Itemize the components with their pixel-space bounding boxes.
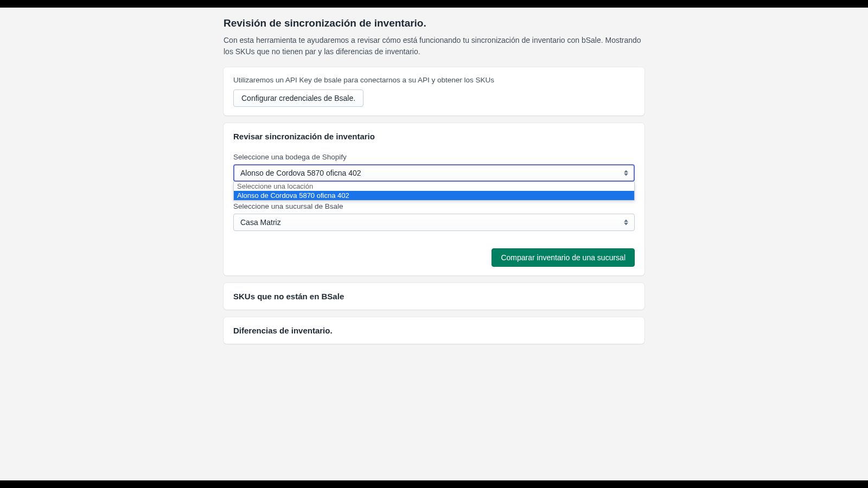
dropdown-placeholder-item[interactable]: Seleccione una locación	[234, 182, 634, 191]
page-subtitle: Con esta herramienta te ayudaremos a rev…	[224, 35, 644, 57]
top-black-bar	[0, 0, 868, 8]
shopify-warehouse-dropdown: Seleccione una locación Alonso de Cordov…	[233, 182, 635, 201]
dropdown-option-item[interactable]: Alonso de Cordova 5870 oficna 402	[234, 191, 634, 200]
skus-missing-card: SKUs que no están en BSale	[224, 283, 644, 310]
credentials-card: Utilizaremos un API Key de bsale para co…	[224, 67, 644, 115]
skus-missing-title: SKUs que no están en BSale	[233, 292, 635, 301]
shopify-warehouse-label: Seleccione una bodega de Shopify	[233, 153, 635, 161]
credentials-text: Utilizaremos un API Key de bsale para co…	[233, 76, 635, 84]
page-container: Revisión de sincronización de inventario…	[224, 8, 644, 373]
inventory-diff-card: Diferencias de inventario.	[224, 317, 644, 344]
configure-credentials-button[interactable]: Configurar credenciales de Bsale.	[233, 89, 363, 107]
page-title: Revisión de sincronización de inventario…	[224, 17, 644, 29]
inventory-diff-title: Diferencias de inventario.	[233, 326, 635, 335]
bsale-branch-select[interactable]: Casa Matriz	[233, 214, 635, 231]
shopify-warehouse-select-wrapper: Alonso de Cordova 5870 oficna 402 Selecc…	[233, 164, 635, 182]
shopify-warehouse-select[interactable]: Alonso de Cordova 5870 oficna 402	[233, 164, 635, 182]
bsale-branch-label: Seleccione una sucursal de Bsale	[233, 202, 635, 210]
compare-inventory-button[interactable]: Comparar inventario de una sucursal	[492, 248, 635, 267]
bsale-branch-select-wrapper: Casa Matriz	[233, 214, 635, 231]
bsale-field-group: Seleccione una sucursal de Bsale Casa Ma…	[233, 202, 635, 231]
compare-button-row: Comparar inventario de una sucursal	[233, 248, 635, 267]
review-sync-heading: Revisar sincronización de inventario	[233, 132, 635, 141]
review-sync-card: Revisar sincronización de inventario Sel…	[224, 123, 644, 275]
